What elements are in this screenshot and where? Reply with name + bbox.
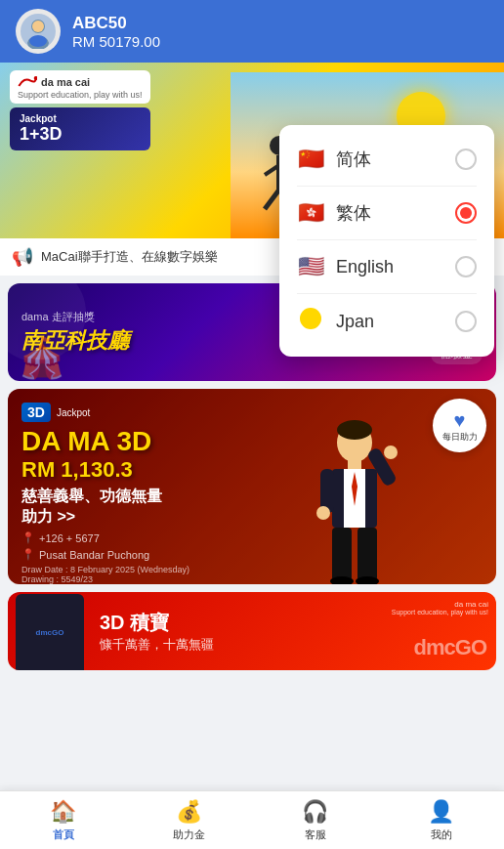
- header-balance: RM 50179.00: [72, 33, 488, 50]
- bottom-spacer: [0, 670, 504, 686]
- nav-label-profile: 我的: [431, 828, 452, 842]
- lang-radio-zh-hant[interactable]: [455, 202, 477, 224]
- promo2-drawing: Drawing : 5549/23: [21, 574, 483, 584]
- speaker-icon: 📢: [12, 246, 33, 268]
- nav-icon-home: 🏠: [50, 799, 76, 825]
- nav-label-bonus: 助力金: [173, 828, 205, 842]
- lang-item-ja[interactable]: Jpan: [279, 294, 494, 349]
- heart-icon: ♥: [454, 409, 466, 432]
- promo2-cta[interactable]: 助力 >>: [21, 507, 483, 528]
- brand-name: da ma cai: [41, 76, 90, 88]
- decor-icon: 🎪: [18, 335, 66, 381]
- nav-icon-profile: 👤: [428, 799, 454, 825]
- promo3-brand: da ma cai Support education, play with u…: [392, 600, 488, 616]
- lang-flag-zh-hant: 🇭🇰: [297, 200, 324, 226]
- svg-line-10: [265, 190, 279, 209]
- lang-flag-en: 🇺🇸: [297, 254, 324, 279]
- lang-radio-zh-hans[interactable]: [455, 149, 477, 170]
- nav-icon-service: 🎧: [302, 799, 328, 825]
- nav-item-profile[interactable]: 👤我的: [378, 799, 504, 842]
- lang-name-zh-hans: 简体: [336, 148, 443, 171]
- lang-radio-ja[interactable]: [455, 311, 477, 332]
- header-username: ABC50: [72, 14, 488, 33]
- promo2-phone: 📍 +126 + 5677: [21, 531, 483, 544]
- promo-card-3d-jackpot[interactable]: 3D Jackpot DA MA 3D RM 1,130.3 慈善義舉、功德無量…: [8, 389, 496, 584]
- brand-tagline: Support education, play with us!: [18, 90, 143, 100]
- promo2-title: 慈善義舉、功德無量: [21, 487, 483, 507]
- lang-name-zh-hant: 繁体: [336, 201, 443, 225]
- dmcgo-watermark: dmcGO: [414, 635, 486, 660]
- brand-logo-area: da ma cai Support education, play with u…: [10, 70, 150, 150]
- header-info: ABC50 RM 50179.00: [72, 14, 488, 50]
- badge-3d: 3D: [21, 403, 51, 422]
- promo3-title: 3D 積寶: [100, 610, 214, 636]
- marquee-text: MaCai聯手打造、在線數字娛樂: [41, 248, 218, 266]
- promo2-location: 📍 Pusat Bandar Puchong: [21, 548, 483, 561]
- badge-area: 3D Jackpot: [21, 403, 483, 422]
- jackpot-label: 1+3D: [20, 124, 141, 145]
- svg-point-5: [34, 76, 37, 80]
- promo2-draw-info: Draw Date : 8 February 2025 (Wednesday) …: [21, 565, 483, 584]
- lang-name-en: English: [336, 257, 443, 277]
- lang-name-ja: Jpan: [336, 312, 443, 332]
- promo2-amount: DA MA 3D: [21, 426, 483, 457]
- promo-card-3d-jackubao[interactable]: da ma cai Support education, play with u…: [8, 592, 496, 670]
- lang-flag-zh-hans: 🇨🇳: [297, 147, 324, 172]
- promo2-amount-num: RM 1,130.3: [21, 457, 483, 483]
- helper-label: 每日助力: [442, 432, 478, 443]
- badge-jackpot: Jackpot: [57, 407, 90, 418]
- promo2-content: 3D Jackpot DA MA 3D RM 1,130.3 慈善義舉、功德無量…: [8, 389, 496, 584]
- promo3-text-area: 3D 積寶 慷千萬善，十萬無疆: [100, 610, 214, 654]
- nav-icon-bonus: 💰: [176, 799, 202, 825]
- bottom-nav: 🏠首頁💰助力金🎧客服👤我的: [0, 790, 504, 849]
- promo2-draw-date: Draw Date : 8 February 2025 (Wednesday): [21, 565, 483, 574]
- nav-item-home[interactable]: 🏠首頁: [0, 799, 126, 842]
- nav-label-service: 客服: [305, 828, 326, 842]
- helper-bubble[interactable]: ♥ 每日助力: [433, 399, 486, 452]
- svg-point-4: [29, 35, 47, 47]
- lang-flag-ja: [297, 308, 324, 335]
- promo3-phone: dmcGO: [16, 594, 104, 670]
- nav-item-service[interactable]: 🎧客服: [252, 799, 378, 842]
- svg-point-3: [32, 21, 44, 32]
- header: ABC50 RM 50179.00: [0, 0, 504, 63]
- lang-item-zh-hant[interactable]: 🇭🇰繁体: [279, 187, 494, 239]
- avatar: [16, 9, 61, 54]
- svg-point-38: [300, 308, 321, 329]
- jackpot-sub: Jackpot: [20, 113, 141, 124]
- promo3-sub: 慷千萬善，十萬無疆: [100, 636, 214, 654]
- language-dropdown: 🇨🇳简体🇭🇰繁体🇺🇸EnglishJpan: [279, 125, 494, 357]
- lang-radio-en[interactable]: [455, 256, 477, 277]
- lang-item-en[interactable]: 🇺🇸English: [279, 240, 494, 293]
- lang-item-zh-hans[interactable]: 🇨🇳简体: [279, 133, 494, 186]
- main-content: da ma cai Support education, play with u…: [0, 63, 504, 790]
- nav-item-bonus[interactable]: 💰助力金: [126, 799, 252, 842]
- nav-label-home: 首頁: [53, 828, 74, 842]
